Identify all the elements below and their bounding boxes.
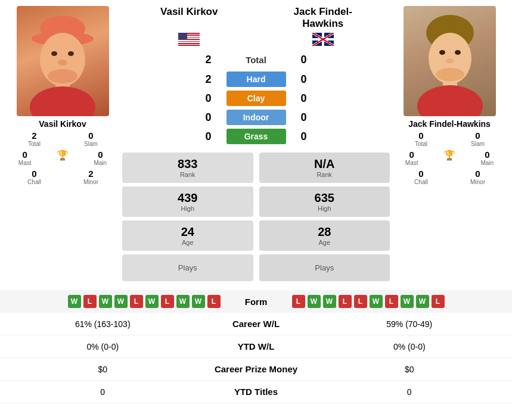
uk-flag-icon: [312, 33, 334, 46]
match-row-grass: 0 Grass 0: [122, 129, 390, 144]
left-stat-main: 0 Main: [88, 150, 112, 166]
bottom-stat-right-3: 0: [316, 387, 504, 397]
bottom-stats: 61% (163-103) Career W/L 59% (70-49) 0% …: [0, 313, 512, 403]
us-flag-icon: [178, 33, 200, 46]
match-row-total: 2 Total 0: [122, 52, 390, 68]
bottom-stat-center-2: Career Prize Money: [197, 364, 316, 374]
left-age-value: 24: [125, 225, 250, 239]
right-age-value: 28: [262, 225, 387, 239]
right-high-box: 635 High: [259, 186, 390, 217]
center-high-boxes: 439 High 635 High: [122, 186, 390, 217]
right-stat-mast: 0 Mast: [400, 150, 424, 166]
right-age-box: 28 Age: [259, 220, 390, 251]
main-container: Vasil Kirkov 2 Total 0 Slam 0 M: [0, 0, 512, 403]
right-rank-box: N/A Rank: [259, 153, 390, 183]
left-form-badge-w: W: [99, 295, 112, 308]
left-stats-row2: 0 Mast 🏆 0 Main: [6, 150, 119, 166]
right-high-label: High: [262, 205, 387, 212]
left-plays-label: Plays: [178, 263, 197, 272]
right-player-photo: [404, 6, 496, 116]
form-section: WLWWLWLWWL Form LWWLLWLWWL: [0, 290, 512, 313]
right-flag-container: [256, 33, 390, 46]
left-form-badge-w: W: [68, 295, 81, 308]
left-grass-score: 0: [200, 130, 218, 143]
match-rows: 2 Total 0 2 Hard 0 0 Clay 0 0: [122, 52, 390, 148]
left-form-badge-w: W: [145, 295, 159, 308]
svg-point-5: [48, 69, 77, 83]
right-form-badges: LWWLLWLWWL: [292, 295, 504, 308]
match-row-indoor: 0 Indoor 0: [122, 110, 390, 125]
right-stat-chall: 0 Chall: [409, 169, 433, 185]
right-form-badge-w: W: [323, 295, 336, 308]
bottom-stat-right-0: 59% (70-49): [316, 319, 504, 329]
left-player-name: Vasil Kirkov: [39, 119, 86, 129]
svg-point-14: [439, 50, 445, 55]
right-total-score: 0: [295, 54, 313, 66]
left-high-box: 439 High: [122, 186, 253, 217]
right-indoor-score: 0: [295, 111, 313, 124]
right-player-name: Jack Findel-Hawkins: [408, 119, 491, 129]
svg-point-12: [417, 85, 483, 116]
center-age-boxes: 24 Age 28 Age: [122, 220, 390, 251]
bottom-stat-row-3: 0 YTD Titles 0: [0, 381, 512, 403]
right-age-label: Age: [262, 239, 387, 246]
bottom-stat-row-1: 0% (0-0) YTD W/L 0% (0-0): [0, 335, 512, 358]
top-section: Vasil Kirkov 2 Total 0 Slam 0 M: [0, 0, 512, 287]
right-stat-slam: 0 Slam: [466, 130, 490, 147]
left-form-badge-l: L: [130, 295, 143, 308]
right-form-badge-l: L: [385, 295, 398, 308]
right-grass-score: 0: [295, 130, 313, 143]
center-flags: [122, 33, 390, 46]
right-hard-score: 0: [295, 73, 313, 86]
left-rank-box: 833 Rank: [122, 153, 253, 183]
svg-point-7: [51, 51, 57, 56]
left-stats-row3: 0 Chall 2 Minor: [6, 169, 119, 185]
left-stat-slam: 0 Slam: [79, 130, 103, 147]
right-stat-total: 0 Total: [409, 130, 433, 147]
svg-point-16: [446, 58, 454, 63]
left-form-badge-w: W: [192, 295, 205, 308]
left-stat-minor: 2 Minor: [79, 169, 103, 185]
left-player-photo: [17, 6, 109, 116]
right-form-badge-w: W: [401, 295, 414, 308]
bottom-stat-left-0: 61% (163-103): [9, 319, 197, 329]
right-trophy-icon: 🏆: [437, 150, 461, 166]
bottom-stat-row-0: 61% (163-103) Career W/L 59% (70-49): [0, 313, 512, 335]
right-form-badge-w: W: [308, 295, 321, 308]
right-player-stats: 0 Total 0 Slam 0 Mast 🏆: [393, 130, 506, 185]
left-player-col: Vasil Kirkov 2 Total 0 Slam 0 M: [6, 6, 119, 281]
bottom-stat-row-2: $0 Career Prize Money $0: [0, 358, 512, 381]
right-high-value: 635: [262, 191, 387, 205]
indoor-badge: Indoor: [226, 110, 286, 125]
right-stats-row1: 0 Total 0 Slam: [393, 130, 506, 147]
svg-point-13: [436, 68, 464, 81]
bottom-stat-left-3: 0: [9, 387, 197, 397]
grass-badge: Grass: [226, 129, 286, 144]
right-form-badge-w: W: [370, 295, 383, 308]
center-names: Vasil Kirkov Jack Findel-Hawkins: [122, 6, 390, 30]
left-flag-container: [122, 33, 256, 46]
right-stats-row2: 0 Mast 🏆 0 Main: [393, 150, 506, 166]
left-rank-label: Rank: [125, 171, 250, 178]
bottom-stat-right-2: $0: [316, 365, 504, 374]
center-left-name: Vasil Kirkov: [122, 6, 256, 30]
left-indoor-score: 0: [200, 111, 218, 124]
left-rank-value: 833: [125, 157, 250, 171]
center-col: Vasil Kirkov Jack Findel-Hawkins 2 Total…: [122, 6, 390, 281]
left-total-score: 2: [200, 54, 218, 66]
right-clay-score: 0: [295, 92, 313, 105]
right-form-badge-l: L: [292, 295, 305, 308]
right-form-badge-l: L: [339, 295, 352, 308]
left-stats-row1: 2 Total 0 Slam: [6, 130, 119, 147]
left-form-badges: WLWWLWLWWL: [9, 295, 221, 308]
bottom-stat-left-2: $0: [9, 365, 197, 374]
hard-badge: Hard: [226, 71, 286, 87]
svg-point-6: [58, 60, 67, 66]
right-rank-label: Rank: [262, 171, 387, 178]
left-stat-total: 2 Total: [23, 130, 46, 147]
left-clay-score: 0: [200, 92, 218, 105]
left-stat-mast: 0 Mast: [13, 150, 37, 166]
clay-badge: Clay: [226, 91, 286, 106]
match-row-clay: 0 Clay 0: [122, 91, 390, 106]
left-plays-box: Plays: [122, 254, 253, 281]
